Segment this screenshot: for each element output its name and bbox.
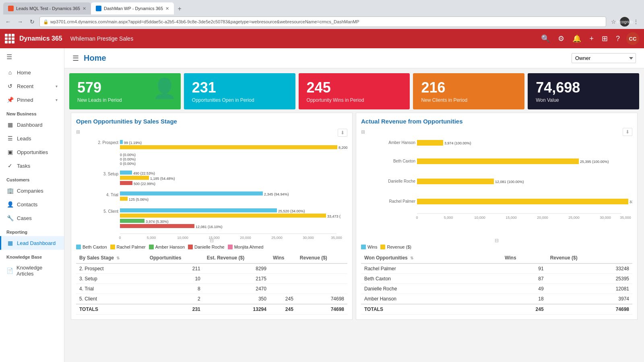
cell-opps: 10 [147,274,204,284]
legend-label-amber: Amber Hanson [155,245,185,249]
actual-revenue-chart-area: ⬇ ⊞ Amber Hanson 3,974 (100.00%) Beth Ca… [361,129,632,241]
sidebar-item-pinned[interactable]: 📌 Pinned ▾ [0,93,64,107]
page-header: ☰ Home Owner All Users My Team [64,48,644,68]
tab-1[interactable]: Leads MQL Test - Dynamics 365 ✕ [3,2,91,14]
sidebar-item-tasks-label: Tasks [17,163,30,169]
sidebar-hamburger[interactable]: ☰ [0,48,64,66]
cell-stage: 4. Trial [76,284,147,294]
sidebar-item-tasks[interactable]: ✓ Tasks [0,159,64,173]
kpi-new-clients[interactable]: 216 New Clients in Period [413,73,524,109]
app-grid-menu[interactable] [5,34,14,43]
cell-revenue: 3974 [547,294,632,304]
help-icon[interactable]: ? [614,33,621,45]
menu-button[interactable]: ⋮ [631,17,641,27]
sidebar-item-knowledge-articles[interactable]: 📄 Knowledge Articles [0,261,64,280]
sidebar-item-home-label: Home [17,70,31,76]
legend-danielle-roche: Danielle Roche [188,245,225,249]
owner-select[interactable]: Owner All Users My Team [572,53,636,63]
svg-text:Amber Hanson: Amber Hanson [388,140,415,145]
address-bar[interactable]: 🔒 wp3701.crm4.dynamics.com/main.aspx?app… [39,16,606,27]
top-nav: Dynamics 365 Whileman Prestige Sales 🔍 ⚙… [0,29,644,48]
page-menu-icon[interactable]: ☰ [72,54,79,63]
kpi-row: 579 New Leads in Period 👤 231 Opportunit… [64,68,644,113]
svg-rect-9 [120,171,132,175]
sidebar-item-recent[interactable]: ↺ Recent ▾ [0,79,64,93]
legend-rachel-palmer: Rachel Palmer [110,245,146,249]
tab-2[interactable]: DashMan WP - Dynamics 365 ✕ [91,2,174,14]
kpi-opp-open-value: 231 [192,80,287,96]
dashboard-icon: ▦ [6,121,14,128]
svg-text:5,000: 5,000 [147,236,156,240]
svg-text:Danielle Roche: Danielle Roche [388,179,415,183]
open-opps-table: By Sales Stage ⇅ Opportunities Est. Reve… [76,253,347,315]
actual-revenue-download-icon[interactable]: ⬇ [623,128,632,136]
legend-monjita-ahmed: Monjita Ahmed [228,245,264,249]
sidebar-item-home[interactable]: ⌂ Home [0,66,64,79]
add-icon[interactable]: + [588,33,595,45]
main-layout: ☰ ⌂ Home ↺ Recent ▾ 📌 Pinned ▾ New Busin… [0,48,644,362]
svg-text:10,000: 10,000 [177,236,188,240]
browser-tabs: Leads MQL Test - Dynamics 365 ✕ DashMan … [0,0,644,14]
cell-est-rev: 2175 [204,274,270,284]
new-tab-button[interactable]: + [174,3,185,14]
svg-text:99 (1.19%): 99 (1.19%) [124,141,142,145]
sort-won-icon[interactable]: ⇅ [410,256,413,260]
filter-icon[interactable]: ⊞ [600,33,609,45]
app-shell: Dynamics 365 Whileman Prestige Sales 🔍 ⚙… [0,29,644,362]
sidebar-item-lead-dashboard[interactable]: ▦ Lead Dashboard [0,236,64,250]
legend-label-wins: Wins [367,245,377,249]
tab1-close[interactable]: ✕ [83,6,86,11]
table-row: Danielle Roche 49 12081 [361,284,632,294]
lock-icon: 🔒 [43,19,49,25]
svg-text:2. Prospect: 2. Prospect [98,140,118,145]
url-text: wp3701.crm4.dynamics.com/main.aspx?appid… [50,19,359,24]
home-icon: ⌂ [6,69,14,76]
profile-button[interactable]: Incognito [620,17,630,27]
kpi-opp-open[interactable]: 231 Opportunities Open in Period [184,73,295,109]
open-opps-chart-area: ⬇ ⊞ 2. Prospect 99 (1.19%) [76,129,347,241]
open-opps-expand-icon[interactable]: ⊞ [76,129,80,135]
sidebar-item-cases[interactable]: 🔧 Cases [0,211,64,225]
sidebar-item-knowledge-articles-label: Knowledge Articles [17,265,58,277]
actual-revenue-collapse-icon[interactable]: ⊟ [495,238,499,243]
open-opps-download-icon[interactable]: ⬇ [338,129,347,137]
sidebar-item-companies[interactable]: 🏢 Companies [0,184,64,197]
actual-revenue-expand-icon[interactable]: ⊞ [361,129,365,135]
search-icon[interactable]: 🔍 [539,33,551,45]
cell-stage: 5. Client [76,294,147,304]
sort-stage-icon[interactable]: ⇅ [116,256,120,260]
cell-wins: 87 [502,274,547,284]
open-opps-collapse-icon[interactable]: ⊟ [210,238,214,243]
table-row: 4. Trial 8 2470 [76,284,347,294]
refresh-button[interactable]: ↻ [27,17,37,27]
kpi-won-value[interactable]: 74,698 Won Value [528,73,639,109]
kpi-new-leads[interactable]: 579 New Leads in Period 👤 [69,73,181,109]
settings-gear-icon[interactable]: ⚙ [556,33,566,45]
col-revenue: Revenue ($) [297,253,347,263]
cell-total-wins: 245 [270,304,297,315]
user-avatar[interactable]: CC [626,32,639,45]
legend-dot-revenue [380,245,385,249]
cell-rev: 74698 [297,294,347,304]
tab2-close[interactable]: ✕ [165,6,169,11]
forward-button[interactable]: → [15,17,25,27]
sidebar-item-opportunities-label: Opportunities [17,149,48,155]
kpi-opp-wins[interactable]: 245 Opportunity Wins in Period [299,73,410,109]
cell-wins: 245 [270,294,297,304]
notifications-bell-icon[interactable]: 🔔 [571,33,583,45]
svg-text:20,000: 20,000 [240,236,251,240]
cell-total-wins: 245 [502,304,547,315]
sidebar-item-dashboard[interactable]: ▦ Dashboard [0,118,64,132]
col-sales-stage: By Sales Stage ⇅ [76,253,147,263]
back-button[interactable]: ← [3,17,13,27]
table-row: Rachel Palmer 91 33248 [361,263,632,274]
sidebar-item-leads[interactable]: ☰ Leads [0,132,64,145]
cell-wins [270,284,297,294]
section-new-business: New Business [0,107,64,118]
table-row: Amber Hanson 18 3974 [361,294,632,304]
tab2-favicon [96,6,101,11]
table-row: 3. Setup 10 2175 [76,274,347,284]
svg-rect-11 [120,176,149,180]
sidebar-item-opportunities[interactable]: ▣ Opportunities [0,145,64,159]
sidebar-item-contacts[interactable]: 👤 Contacts [0,197,64,211]
